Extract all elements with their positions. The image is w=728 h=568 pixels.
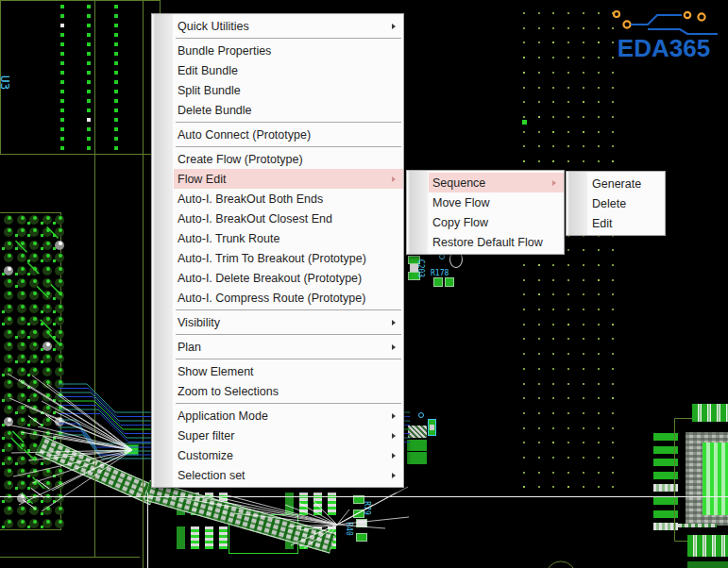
smd-pad [87, 33, 91, 37]
menu-item-quick-utilities[interactable]: Quick Utilities [174, 16, 403, 36]
grid-dot [538, 145, 540, 147]
menu-item-customize[interactable]: Customize [174, 445, 403, 465]
menu-item-split-bundle[interactable]: Split Bundle [174, 80, 403, 100]
grid-dot [538, 87, 540, 89]
smd-pad [87, 24, 91, 27]
via-drill [21, 406, 25, 409]
grid-dot [552, 72, 554, 74]
micro-pad [2, 310, 5, 313]
grid-dot [567, 324, 569, 326]
menu-item-restore-default-flow[interactable]: Restore Default Flow [429, 232, 564, 252]
soic-pad [313, 493, 322, 515]
via-drill [21, 457, 25, 460]
grid-dot [523, 116, 525, 118]
grid-dot [598, 12, 600, 14]
via-drill [8, 406, 11, 409]
grid-dot [552, 309, 554, 310]
grid-dot [598, 293, 600, 295]
menu-item-visibility[interactable]: Visibility [174, 312, 403, 332]
smd-pad [87, 5, 91, 8]
micro-pad [27, 449, 30, 452]
micro-pad [27, 386, 30, 389]
grid-dot [538, 264, 540, 266]
menu-item-auto-i-breakout-both-ends[interactable]: Auto-I. BreakOut Both Ends [174, 189, 403, 209]
grid-dot [598, 353, 600, 355]
grid-dot [538, 131, 540, 133]
qfp-left-pad [653, 523, 678, 530]
qfp-left-pad [653, 433, 678, 441]
via-drill [21, 279, 25, 283]
via-drill [46, 267, 50, 271]
via-drill [46, 254, 50, 258]
micro-pad [41, 411, 43, 414]
micro-pad [15, 285, 18, 288]
via-drill [46, 494, 50, 498]
menu-item-generate[interactable]: Generate [588, 174, 665, 193]
menu-item-delete[interactable]: Delete [588, 193, 665, 213]
menu-item-label: Auto-I. Delete Breakout (Prototype) [178, 272, 396, 285]
menu-separator [176, 309, 401, 310]
grid-dot [583, 101, 584, 103]
via-drill [21, 380, 25, 384]
menu-item-copy-flow[interactable]: Copy Flow [429, 212, 564, 232]
smd-pad [60, 52, 64, 56]
menu-item-auto-connect-prototype[interactable]: Auto Connect (Prototype) [174, 125, 403, 144]
menu-item-application-mode[interactable]: Application Mode [174, 406, 403, 426]
via-drill [8, 242, 11, 245]
micro-pad [53, 437, 56, 440]
grid-dot [567, 427, 569, 429]
grid-dot [612, 145, 614, 147]
smd-pad [87, 52, 91, 56]
micro-pad [41, 500, 43, 503]
menu-item-auto-i-trunk-route[interactable]: Auto-I. Trunk Route [174, 228, 403, 248]
via-drill [46, 216, 50, 220]
r178-pad [445, 277, 454, 287]
menu-item-auto-i-trim-to-breakout-prototype[interactable]: Auto-I. Trim To Breakout (Prototype) [174, 248, 403, 268]
menu-item-super-filter[interactable]: Super filter [174, 426, 403, 445]
via-drill [33, 305, 37, 309]
grid-dot [567, 368, 569, 370]
grid-dot [567, 131, 569, 133]
via-drill [8, 267, 11, 271]
micro-pad [15, 360, 18, 363]
menu-item-auto-i-breakout-closest-end[interactable]: Auto-I. BreakOut Closest End [174, 209, 403, 228]
menu-item-label: Auto-I. Trunk Route [178, 232, 396, 245]
via-drill [33, 520, 37, 524]
menu-item-zoom-to-selections[interactable]: Zoom to Selections [174, 381, 403, 401]
grid-dot [567, 12, 569, 14]
menu-item-label: Edit [592, 217, 657, 230]
pcb-editor-canvas[interactable]: U3 C203 R178 R79 R40 [0, 0, 728, 568]
menu-item-delete-bundle[interactable]: Delete Bundle [174, 100, 403, 120]
grid-dot [538, 397, 540, 399]
smd-pad [114, 80, 118, 84]
menu-item-sequence[interactable]: Sequence [429, 173, 564, 192]
menu-item-edit[interactable]: Edit [588, 213, 665, 233]
grid-dot [523, 442, 525, 443]
micro-pad [53, 310, 56, 313]
grid-dot [567, 101, 569, 103]
component-outline-top-left [0, 0, 161, 155]
sequence-submenu: GenerateDeleteEdit [566, 171, 666, 236]
grid-dot [612, 486, 614, 488]
smd-pad [114, 5, 118, 8]
smd-pad [60, 118, 64, 122]
menu-item-move-flow[interactable]: Move Flow [429, 192, 564, 212]
micro-pad [27, 360, 30, 363]
menu-item-flow-edit[interactable]: Flow Edit [174, 169, 403, 189]
menu-item-edit-bundle[interactable]: Edit Bundle [174, 60, 403, 80]
grid-dot [598, 397, 600, 399]
smd-pad [114, 118, 118, 122]
menu-item-show-element[interactable]: Show Element [174, 361, 403, 381]
eda365-logo: EDA365 [606, 8, 721, 64]
menu-item-create-flow-prototype[interactable]: Create Flow (Prototype) [174, 149, 403, 169]
micro-pad [2, 449, 5, 452]
menu-item-bundle-properties[interactable]: Bundle Properties [174, 41, 403, 60]
small-component-body [430, 425, 434, 430]
menu-item-auto-i-delete-breakout-prototype[interactable]: Auto-I. Delete Breakout (Prototype) [174, 268, 403, 288]
menu-item-plan[interactable]: Plan [174, 337, 403, 357]
grid-dot [523, 87, 525, 89]
menu-item-auto-i-compress-route-prototype[interactable]: Auto-I. Compress Route (Prototype) [174, 288, 403, 308]
menu-item-selection-set[interactable]: Selection set [174, 465, 403, 485]
soic-pad [328, 493, 336, 515]
grid-dot [567, 293, 569, 295]
